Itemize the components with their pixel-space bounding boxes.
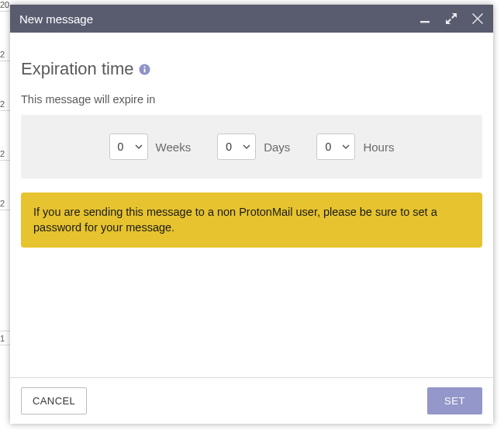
days-value: 0 [226,140,232,153]
chevron-down-icon [243,143,250,151]
chevron-down-icon [342,143,350,151]
bg-tick: 2 [0,149,11,158]
titlebar: New message [10,5,493,33]
window-title: New message [19,12,419,26]
bg-tick: 2 [0,199,11,208]
info-icon[interactable] [139,64,150,75]
weeks-group: 0 Weeks [109,134,192,160]
days-select[interactable]: 0 [217,134,256,160]
svg-rect-2 [143,68,145,72]
close-icon[interactable] [471,12,484,25]
weeks-select[interactable]: 0 [109,134,148,160]
bg-grid [0,210,11,210]
weeks-value: 0 [118,140,124,153]
bg-grid [0,110,11,111]
bg-tick: 20 [0,0,11,9]
minimize-icon[interactable] [419,12,431,25]
modal-body: Expiration time This message will expire… [10,33,493,377]
titlebar-controls [419,12,484,25]
svg-rect-3 [143,66,145,68]
bg-grid [0,331,11,331]
bg-grid [0,61,11,61]
bg-tick: 2 [0,99,11,109]
bg-grid [0,11,11,12]
chevron-down-icon [135,143,143,151]
days-label: Days [264,140,290,154]
hours-value: 0 [325,140,331,153]
svg-rect-0 [420,21,430,23]
expand-icon[interactable] [445,12,457,25]
modal-footer: CANCEL SET [10,377,493,424]
duration-picker-row: 0 Weeks 0 Days 0 [21,115,482,179]
days-group: 0 Days [217,134,290,160]
expiration-heading: Expiration time [21,59,482,79]
hours-label: Hours [363,140,394,154]
cancel-button[interactable]: CANCEL [21,387,87,414]
bg-tick: 1 [0,334,11,343]
password-warning: If you are sending this message to a non… [21,192,482,248]
bg-grid [0,160,11,161]
expiration-subheading: This message will expire in [21,93,482,106]
hours-group: 0 Hours [316,134,394,160]
hours-select[interactable]: 0 [316,134,355,160]
bg-grid [0,345,11,345]
weeks-label: Weeks [156,140,192,154]
bg-tick: 2 [0,50,11,59]
set-button[interactable]: SET [427,387,482,414]
heading-text: Expiration time [21,59,134,79]
compose-modal: New message Expiration time This message… [10,5,493,424]
